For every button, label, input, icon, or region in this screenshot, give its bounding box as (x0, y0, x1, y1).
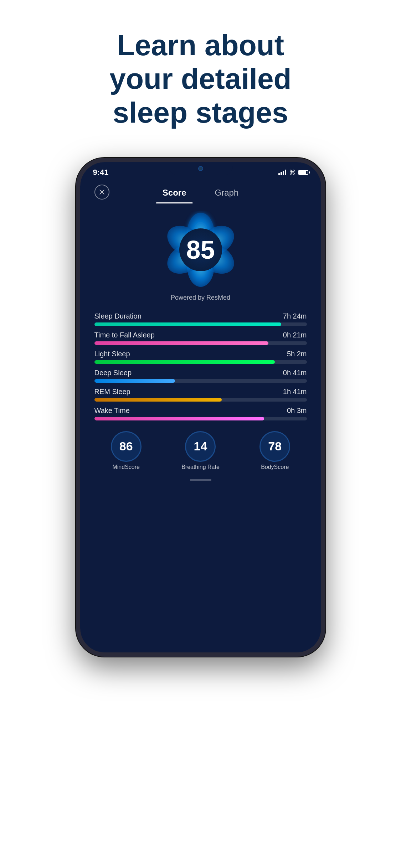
score-circle-label-2: BodyScore (261, 464, 289, 470)
status-time: 9:41 (93, 168, 109, 177)
score-circle-1: 14 (185, 431, 216, 462)
metric-item: Wake Time 0h 3m (94, 407, 307, 420)
metric-item: Deep Sleep 0h 41m (94, 369, 307, 383)
metric-label-4: REM Sleep (94, 388, 130, 396)
metric-bar-fill-3 (94, 379, 175, 383)
metric-header-4: REM Sleep 1h 41m (94, 388, 307, 396)
metric-bar-bg-4 (94, 398, 307, 402)
metric-header-3: Deep Sleep 0h 41m (94, 369, 307, 377)
status-icons: ⌘ (278, 169, 308, 176)
metric-bar-bg-0 (94, 322, 307, 326)
metric-header-1: Time to Fall Asleep 0h 21m (94, 331, 307, 339)
bottom-score-item-1: 14 Breathing Rate (181, 431, 220, 470)
metric-label-5: Wake Time (94, 407, 130, 415)
score-circle-2: 78 (259, 431, 290, 462)
metric-bar-bg-2 (94, 360, 307, 364)
title-line1: Learn about (117, 29, 284, 61)
bottom-score-item-0: 86 MindScore (111, 431, 142, 470)
metric-value-0: 7h 24m (283, 312, 307, 320)
score-badge: 85 (161, 211, 240, 289)
metric-value-4: 1h 41m (283, 388, 307, 396)
metric-bar-bg-1 (94, 341, 307, 345)
metrics-list: Sleep Duration 7h 24m Time to Fall Aslee… (80, 312, 321, 420)
battery-icon (298, 170, 308, 175)
metric-header-5: Wake Time 0h 3m (94, 407, 307, 415)
metric-header-0: Sleep Duration 7h 24m (94, 312, 307, 320)
metric-label-0: Sleep Duration (94, 312, 142, 320)
phone-container: 9:41 ⌘ Score Graph (76, 158, 325, 657)
metric-label-3: Deep Sleep (94, 369, 132, 377)
metric-item: REM Sleep 1h 41m (94, 388, 307, 402)
metric-label-2: Light Sleep (94, 350, 130, 358)
score-section: 85 Powered by ResMed (80, 203, 321, 312)
score-circle-label-0: MindScore (112, 464, 139, 470)
metric-bar-fill-5 (94, 417, 264, 420)
phone-frame: 9:41 ⌘ Score Graph (76, 158, 325, 657)
powered-by-text: Powered by ResMed (171, 294, 230, 301)
metric-value-5: 0h 3m (287, 407, 307, 415)
hero-title: Learn about your detailed sleep stages (74, 0, 327, 151)
metric-label-1: Time to Fall Asleep (94, 331, 155, 339)
metric-bar-fill-4 (94, 398, 222, 402)
signal-bars-icon (278, 170, 286, 175)
metric-bar-bg-5 (94, 417, 307, 420)
bottom-scores: 86 MindScore 14 Breathing Rate 78 BodySc… (80, 424, 321, 474)
metric-item: Light Sleep 5h 2m (94, 350, 307, 364)
metric-value-2: 5h 2m (287, 350, 307, 358)
notch-camera (198, 166, 203, 171)
tab-graph[interactable]: Graph (201, 184, 253, 203)
title-line2: your detailed (109, 62, 291, 95)
scroll-indicator (80, 474, 321, 486)
metric-item: Time to Fall Asleep 0h 21m (94, 331, 307, 345)
score-circle-label-1: Breathing Rate (181, 464, 220, 470)
metric-bar-bg-3 (94, 379, 307, 383)
metric-bar-fill-0 (94, 322, 281, 326)
sleep-score: 85 (186, 235, 215, 264)
bottom-score-item-2: 78 BodyScore (259, 431, 290, 470)
metric-value-3: 0h 41m (283, 369, 307, 377)
metric-bar-fill-1 (94, 341, 269, 345)
metric-value-1: 0h 21m (283, 331, 307, 339)
scroll-dot (190, 479, 211, 481)
tab-score[interactable]: Score (148, 184, 201, 203)
tabs-bar: Score Graph (80, 181, 321, 203)
close-button[interactable] (94, 185, 109, 200)
title-line3: sleep stages (113, 96, 288, 129)
notch (169, 162, 233, 175)
metric-item: Sleep Duration 7h 24m (94, 312, 307, 326)
phone-screen: 9:41 ⌘ Score Graph (80, 162, 321, 652)
metric-header-2: Light Sleep 5h 2m (94, 350, 307, 358)
wifi-icon: ⌘ (289, 169, 295, 176)
metric-bar-fill-2 (94, 360, 275, 364)
score-circle-0: 86 (111, 431, 142, 462)
